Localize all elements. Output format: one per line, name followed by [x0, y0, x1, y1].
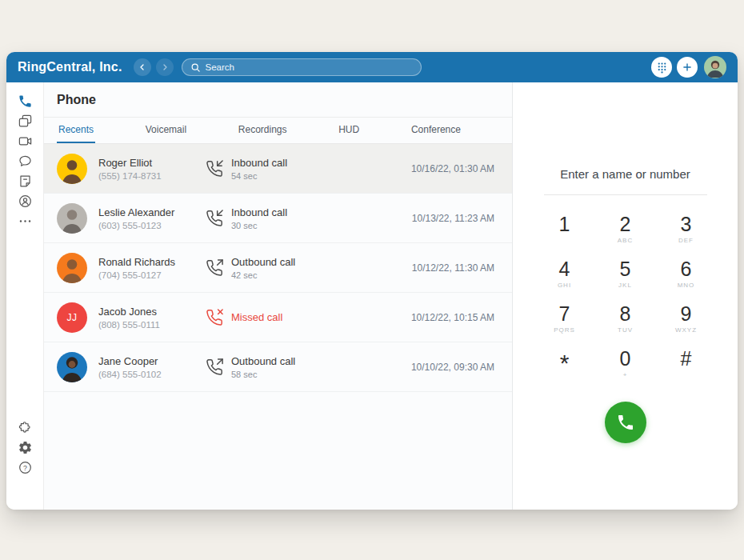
caller-number: (704) 555-0127 — [98, 270, 206, 280]
sidebar: ? — [6, 82, 44, 510]
keypad-key-8[interactable]: 8TUV — [595, 301, 656, 346]
dialpad-button[interactable] — [651, 57, 672, 78]
caller-name: Leslie Alexander — [98, 206, 206, 218]
contacts-icon[interactable] — [17, 193, 33, 209]
ringcentral-app-window: RingCentral, Inc. Search — [6, 52, 738, 510]
keypad-key-7[interactable]: 7PQRS — [534, 301, 595, 346]
text-messages-icon[interactable] — [17, 113, 33, 129]
phone-tabs: Recents Voicemail Recordings HUD Confere… — [44, 118, 512, 144]
keypad-key-0[interactable]: 0+ — [595, 346, 656, 390]
keypad-key-5[interactable]: 5JKL — [595, 256, 656, 301]
avatar — [57, 253, 87, 283]
keypad-key-pound[interactable]: # — [656, 346, 717, 390]
call-timestamp: 10/10/22, 09:30 AM — [411, 362, 494, 373]
call-row[interactable]: JJ Jacob Jones (808) 555-0111 Missed cal… — [44, 293, 512, 342]
keypad-key-star[interactable]: * — [534, 346, 595, 390]
call-button[interactable] — [605, 402, 646, 443]
call-row[interactable]: Roger Elliot (555) 174-8731 Inbound call… — [44, 144, 512, 194]
keypad-key-4[interactable]: 4GHI — [534, 256, 595, 301]
back-button[interactable] — [134, 58, 151, 76]
phone-handset-icon — [616, 413, 635, 432]
plus-icon — [682, 62, 693, 73]
call-duration: 58 sec — [231, 370, 295, 379]
call-duration: 30 sec — [231, 221, 287, 230]
call-row[interactable]: Leslie Alexander (603) 555-0123 Inbound … — [44, 194, 512, 243]
chevron-left-icon — [138, 62, 147, 72]
call-type: Missed call — [231, 311, 282, 323]
page-title: Phone — [44, 82, 512, 118]
dial-input-underline — [544, 194, 707, 195]
keypad-key-1[interactable]: 1 — [534, 211, 595, 256]
caller-name: Jane Cooper — [98, 355, 206, 367]
tab-recents[interactable]: Recents — [57, 118, 95, 143]
keypad-key-2[interactable]: 2ABC — [595, 211, 656, 256]
help-icon[interactable]: ? — [17, 459, 33, 475]
notes-icon[interactable] — [17, 173, 33, 189]
inbound-call-icon — [206, 160, 223, 178]
dial-number-input[interactable]: Enter a name or number — [560, 167, 690, 181]
keypad-key-9[interactable]: 9WXYZ — [656, 301, 717, 346]
call-type: Inbound call — [231, 206, 287, 218]
caller-number: (603) 555-0123 — [98, 221, 206, 230]
phone-panel: Phone Recents Voicemail Recordings HUD C… — [44, 82, 513, 510]
call-timestamp: 10/13/22, 11:23 AM — [412, 213, 494, 224]
settings-gear-icon[interactable] — [17, 439, 33, 455]
add-new-button[interactable] — [677, 57, 698, 78]
call-timestamp: 10/12/22, 11:30 AM — [412, 262, 494, 274]
search-placeholder: Search — [206, 62, 234, 72]
dialer-panel: Enter a name or number 1 2ABC 3DEF 4GHI … — [513, 82, 738, 510]
tab-conference[interactable]: Conference — [410, 118, 462, 143]
chat-icon[interactable] — [17, 153, 33, 169]
dial-keypad: 1 2ABC 3DEF 4GHI 5JKL 6MNO 7PQRS 8TUV 9W… — [534, 211, 717, 390]
call-type: Inbound call — [231, 157, 287, 169]
caller-name: Jacob Jones — [98, 306, 206, 318]
avatar — [57, 352, 87, 382]
caller-number: (684) 555-0102 — [98, 370, 206, 379]
avatar: JJ — [57, 302, 87, 333]
call-type: Outbound call — [231, 256, 295, 268]
tab-voicemail[interactable]: Voicemail — [144, 118, 188, 143]
user-avatar[interactable] — [704, 56, 726, 78]
avatar — [57, 203, 87, 234]
dialpad-icon — [657, 62, 667, 74]
app-content: ? Phone Recents Voicemail Recordings HUD… — [6, 82, 738, 510]
call-row[interactable]: Ronald Richards (704) 555-0127 Outbound … — [44, 243, 512, 293]
avatar-initials: JJ — [67, 312, 78, 323]
app-title: RingCentral, Inc. — [18, 60, 122, 74]
outbound-call-icon — [206, 259, 223, 277]
apps-icon[interactable] — [17, 419, 33, 435]
avatar — [57, 154, 87, 184]
inbound-call-icon — [206, 210, 223, 227]
caller-name: Roger Elliot — [98, 157, 206, 169]
more-icon[interactable] — [17, 213, 33, 229]
tab-hud[interactable]: HUD — [337, 118, 361, 143]
search-icon — [190, 62, 201, 73]
call-duration: 54 sec — [231, 171, 287, 181]
search-input[interactable]: Search — [182, 58, 422, 76]
call-timestamp: 10/16/22, 01:30 AM — [411, 163, 494, 174]
caller-number: (555) 174-8731 — [98, 171, 206, 181]
forward-button[interactable] — [156, 58, 174, 76]
svg-text:?: ? — [23, 463, 27, 471]
caller-name: Ronald Richards — [98, 256, 206, 268]
video-icon[interactable] — [17, 133, 33, 149]
chevron-right-icon — [160, 62, 170, 72]
top-bar: RingCentral, Inc. Search — [6, 52, 738, 82]
caller-number: (808) 555-0111 — [98, 320, 206, 330]
call-timestamp: 10/12/22, 10:15 AM — [411, 312, 494, 323]
call-duration: 42 sec — [231, 270, 295, 280]
keypad-key-3[interactable]: 3DEF — [656, 211, 717, 256]
call-type: Outbound call — [231, 355, 295, 367]
phone-icon[interactable] — [17, 93, 33, 109]
tab-recordings[interactable]: Recordings — [237, 118, 289, 143]
missed-call-icon — [206, 309, 223, 326]
call-row[interactable]: Jane Cooper (684) 555-0102 Outbound call… — [44, 342, 512, 392]
keypad-key-6[interactable]: 6MNO — [656, 256, 717, 301]
outbound-call-icon — [206, 358, 223, 376]
